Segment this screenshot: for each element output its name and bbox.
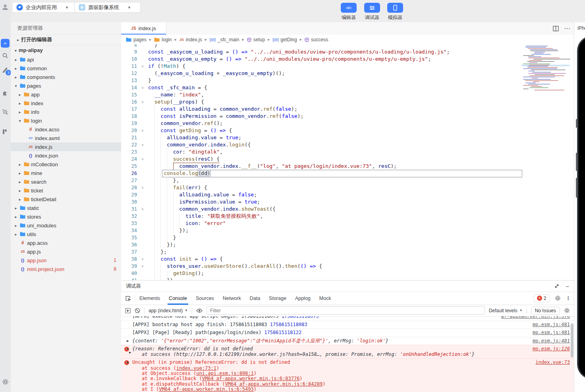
source-link[interactable]: mp.esm.js:481 [533, 338, 570, 344]
code-line-37[interactable]: 37 }; [121, 248, 574, 256]
code-line-8[interactable]: 8 } [121, 44, 574, 48]
console-scrollbar[interactable] [571, 323, 573, 357]
tree-item-app.acss[interactable]: #app.acss [11, 238, 121, 247]
source-link[interactable]: mp.esm.js:481 [533, 330, 570, 336]
debugger-view-button[interactable] [364, 3, 380, 13]
source-link[interactable]: index.vue:73:1 [176, 365, 216, 371]
code-line-16[interactable]: 16∨ setup(__props) { [121, 98, 574, 106]
editor-view-button[interactable]: </> [341, 3, 357, 13]
tree-item-static[interactable]: ▸static [11, 204, 121, 212]
devtools-tab-network[interactable]: Network [218, 292, 245, 305]
tree-item-login[interactable]: ▾login [11, 116, 121, 125]
project-select[interactable]: 票据影像系统 ▼ [74, 2, 141, 13]
fold-arrow-icon[interactable]: ∨ [139, 141, 146, 148]
source-link[interactable]: af-appxworker.min.js:376 [501, 316, 570, 319]
fold-arrow-icon[interactable]: ∨ [139, 206, 146, 213]
simulator-view-button[interactable] [387, 3, 403, 13]
edit-marker-icon[interactable]: 3 [0, 65, 10, 75]
source-link[interactable]: mp.esm.js:481 [533, 322, 570, 328]
tree-item-uni_modules[interactable]: ▸uni_modules [11, 221, 121, 230]
tree-item-components[interactable]: ▸components [11, 73, 121, 81]
project-root-row[interactable]: ▾mp-alipay [11, 45, 121, 55]
code-line-27[interactable]: 27 }, [121, 177, 574, 184]
devtools-tab-elements[interactable]: Elements [135, 292, 164, 305]
plugin-icon[interactable] [0, 88, 10, 98]
source-link[interactable]: VM64 af-appx.worker.min.js:6:83776 [202, 376, 300, 381]
tree-item-index[interactable]: ▸index [11, 99, 121, 108]
devtools-more-icon[interactable]: ⋮ [566, 295, 571, 301]
fold-arrow-icon[interactable]: ∨ [139, 98, 146, 106]
minimap[interactable] [523, 46, 568, 93]
devtools-tab-sources[interactable]: Sources [191, 292, 218, 305]
tree-item-app.js[interactable]: JSapp.js [11, 247, 121, 256]
iphone-simulator[interactable] [577, 36, 585, 379]
tab-index-js[interactable]: JS index.js [121, 22, 166, 35]
code-line-32[interactable]: 32 title: "获取免登授权码失败", [121, 213, 574, 220]
search-icon[interactable] [0, 51, 10, 60]
devtools-tab-console[interactable]: Console [164, 292, 191, 305]
code-line-26[interactable]: 26 console.log(dd) [121, 170, 574, 177]
tree-item-index.acss[interactable]: #index.acss [11, 125, 121, 134]
settings-gear-icon[interactable] [0, 377, 10, 386]
breadcrumb-success[interactable]: success [305, 37, 328, 42]
breadcrumb-setup[interactable]: setup [247, 37, 265, 42]
tree-item-ticket[interactable]: ▸ticket [11, 186, 121, 195]
code-line-31[interactable]: 31∨ common_vendor.index.showToast({ [121, 206, 574, 213]
code-line-10[interactable]: 10const _easycom_u_empty = () => "../../… [121, 56, 574, 63]
code-line-34[interactable]: 34 }); [121, 227, 574, 234]
source-link[interactable]: VM64 af-appx.worker.min.js:6:5493 [159, 386, 253, 392]
open-editors-row[interactable]: ▸打开的编辑器 [11, 35, 121, 45]
code-line-40[interactable]: 40 getDing(); [121, 270, 574, 277]
breadcrumb-_sfc_main[interactable]: [@]_sfc_main [210, 37, 239, 42]
source-link[interactable]: uni.api.esm.js:808:1 [196, 371, 254, 376]
tree-item-mCollection[interactable]: ▸mCollection [11, 160, 121, 169]
fold-arrow-icon[interactable]: ∨ [139, 63, 146, 70]
console-filter-input[interactable] [207, 306, 485, 315]
execution-context-select[interactable]: app (index.html)▼ [149, 308, 188, 313]
fold-arrow-icon[interactable]: ∨ [139, 256, 146, 263]
user-avatar-icon[interactable] [0, 2, 10, 12]
code-line-22[interactable]: 22∨ common_vendor.index.login({ [121, 141, 574, 148]
console-sidebar-toggle-icon[interactable] [125, 308, 131, 313]
tree-item-index.js[interactable]: JSindex.js [11, 142, 121, 151]
code-line-21[interactable]: 21 allLoading.value = true; [121, 134, 574, 141]
code-line-38[interactable]: 38∨ const init = () => { [121, 256, 574, 263]
devtools-settings-icon[interactable] [555, 295, 561, 301]
breadcrumb-getDing[interactable]: [@]getDing [273, 37, 297, 42]
expand-caret-icon[interactable]: ▶ [127, 360, 129, 365]
fold-arrow-icon[interactable]: ∨ [139, 127, 146, 134]
more-actions-icon[interactable]: ··· [564, 25, 571, 31]
devtools-tab-data[interactable]: Data [245, 292, 265, 305]
breadcrumb-pages[interactable]: pages [126, 37, 147, 42]
tree-item-pages[interactable]: ▾pages [11, 81, 121, 90]
source-link[interactable]: index.vue:73 [535, 360, 570, 365]
expand-panel-icon[interactable] [554, 284, 559, 288]
code-line-29[interactable]: 29 allLoading.value = false; [121, 191, 574, 198]
console-panel-icon[interactable] [0, 127, 10, 136]
tree-item-mini.project.json[interactable]: {}mini.project.json8 [11, 265, 121, 273]
console-settings-icon[interactable] [564, 307, 570, 313]
inspect-element-icon[interactable] [121, 295, 135, 302]
split-editor-icon[interactable] [553, 26, 559, 31]
code-line-12[interactable]: 12 (_easycom_u_loading + _easycom_u_empt… [121, 70, 574, 77]
devtools-tab-storage[interactable]: Storage [265, 292, 291, 305]
code-line-17[interactable]: 17 const allLoading = common_vendor.ref(… [121, 106, 574, 113]
code-line-28[interactable]: 28∨ fail(err) { [121, 184, 574, 191]
code-line-41[interactable]: 41 }) [121, 277, 574, 280]
fold-arrow-icon[interactable]: ∨ [139, 84, 146, 91]
tree-item-utils[interactable]: ▸utils [11, 230, 121, 238]
explorer-icon[interactable]: /> [1, 39, 10, 48]
tree-item-app.json[interactable]: {}app.json1 [11, 256, 121, 265]
tree-item-common[interactable]: ▸common [11, 64, 121, 73]
tree-item-index.json[interactable]: {}index.json [11, 151, 121, 160]
expand-caret-icon[interactable]: ▶ [127, 346, 129, 352]
code-line-36[interactable]: 36 }); [121, 241, 574, 248]
fold-arrow-icon[interactable]: ∨ [139, 156, 146, 163]
console-row-error[interactable]: ✕▶Uncaught (in promise) ReferenceError: … [121, 358, 574, 392]
console-row-object[interactable]: ▶{content: '{"error":"1002","errorMessag… [121, 337, 574, 345]
devtools-tab-mock[interactable]: Mock [315, 292, 336, 305]
code-line-24[interactable]: 24∨ success(resC) { [121, 156, 574, 163]
code-line-39[interactable]: 39∨ stores_user.useUserStore().clearAll(… [121, 263, 574, 270]
expand-caret-icon[interactable]: ▶ [127, 338, 129, 344]
code-line-20[interactable]: 20∨ const getDing = () => { [121, 127, 574, 134]
